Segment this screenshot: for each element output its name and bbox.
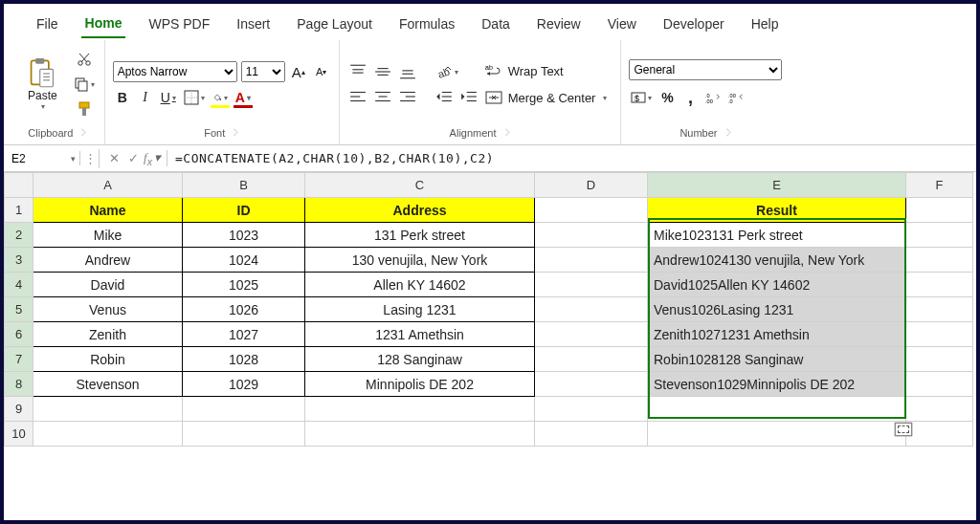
cell[interactable]: 1231 Amethsin: [305, 322, 535, 347]
row-header[interactable]: 6: [5, 322, 33, 347]
cell[interactable]: [906, 372, 973, 397]
align-left-button[interactable]: [347, 87, 368, 106]
column-header-F[interactable]: F: [906, 173, 973, 198]
cell[interactable]: [906, 397, 973, 422]
cell[interactable]: ID: [183, 198, 305, 223]
comma-button[interactable]: ,: [680, 86, 700, 110]
cell[interactable]: [33, 397, 183, 422]
cell[interactable]: [906, 223, 973, 248]
enter-formula-button[interactable]: ✓: [124, 151, 142, 165]
tab-view[interactable]: View: [604, 11, 640, 37]
cell[interactable]: David1025Allen KY 14602: [648, 273, 906, 297]
align-right-button[interactable]: [397, 87, 418, 106]
cell[interactable]: [535, 223, 648, 248]
cell[interactable]: 1027: [183, 322, 305, 347]
cell[interactable]: Venus1026Lasing 1231: [648, 297, 906, 322]
tab-formulas[interactable]: Formulas: [395, 11, 458, 37]
tab-data[interactable]: Data: [478, 11, 514, 37]
tab-help[interactable]: Help: [747, 11, 783, 37]
tab-wpspdf[interactable]: WPS PDF: [145, 11, 213, 37]
cell[interactable]: [535, 347, 648, 372]
cell[interactable]: Result: [648, 198, 906, 223]
cell[interactable]: [33, 422, 183, 447]
cell[interactable]: 1023: [183, 223, 305, 248]
fill-color-button[interactable]: ▾: [211, 88, 230, 107]
chevron-down-icon[interactable]: ▾: [67, 154, 79, 164]
cell[interactable]: [535, 322, 648, 347]
format-painter-button[interactable]: [72, 99, 97, 119]
cell[interactable]: [183, 422, 305, 447]
cell[interactable]: [906, 248, 973, 273]
decrease-indent-button[interactable]: [434, 87, 455, 106]
cell[interactable]: [906, 273, 973, 297]
cell[interactable]: [906, 422, 973, 447]
increase-indent-button[interactable]: [458, 87, 479, 106]
select-all-corner[interactable]: [5, 173, 33, 198]
cell[interactable]: David: [33, 273, 183, 297]
align-center-button[interactable]: [372, 87, 393, 106]
borders-button[interactable]: ▾: [182, 88, 207, 107]
cell[interactable]: [535, 422, 648, 447]
cell[interactable]: 128 Sanginaw: [305, 347, 535, 372]
percent-button[interactable]: %: [657, 88, 677, 107]
cell[interactable]: 1026: [183, 297, 305, 322]
align-bottom-button[interactable]: [397, 62, 418, 81]
cell[interactable]: Robin: [33, 347, 183, 372]
align-middle-button[interactable]: [372, 62, 393, 81]
cell[interactable]: Minnipolis DE 202: [305, 372, 535, 397]
column-header-E[interactable]: E: [648, 173, 906, 198]
cell[interactable]: 131 Perk street: [305, 223, 535, 248]
row-header[interactable]: 10: [5, 422, 33, 447]
merge-center-button[interactable]: Merge & Center ▾: [485, 89, 608, 106]
align-top-button[interactable]: [347, 62, 368, 81]
name-box[interactable]: ▾ ⋮: [4, 149, 100, 168]
cell[interactable]: Name: [33, 198, 183, 223]
cell[interactable]: 1028: [183, 347, 305, 372]
column-header-D[interactable]: D: [535, 173, 648, 198]
cell[interactable]: 130 venujila, New York: [305, 248, 535, 273]
cut-button[interactable]: [72, 50, 97, 69]
cell[interactable]: [906, 297, 973, 322]
cell[interactable]: 1029: [183, 372, 305, 397]
tab-home[interactable]: Home: [81, 10, 126, 38]
cell[interactable]: Zenith10271231 Amethsin: [648, 322, 906, 347]
row-header[interactable]: 5: [5, 297, 33, 322]
increase-font-button[interactable]: A▴: [289, 62, 308, 82]
row-header[interactable]: 9: [5, 397, 33, 422]
cell[interactable]: [535, 397, 648, 422]
cell[interactable]: Mike: [33, 223, 183, 248]
cell[interactable]: [535, 297, 648, 322]
cell[interactable]: Venus: [33, 297, 183, 322]
italic-button[interactable]: I: [136, 88, 155, 107]
cell[interactable]: [906, 198, 973, 223]
decrease-decimal-button[interactable]: .00.0: [726, 88, 746, 107]
row-header[interactable]: 4: [5, 273, 33, 297]
font-size-select[interactable]: 11: [241, 61, 285, 82]
cell[interactable]: Robin1028128 Sanginaw: [648, 347, 906, 372]
paste-button[interactable]: Paste ▾: [19, 54, 66, 116]
spreadsheet-grid[interactable]: A B C D E F 1 Name ID Address Result 2 M…: [4, 172, 976, 509]
bold-button[interactable]: B: [113, 88, 132, 107]
cell[interactable]: [535, 273, 648, 297]
row-header[interactable]: 8: [5, 372, 33, 397]
cell[interactable]: Address: [305, 198, 535, 223]
cell[interactable]: [183, 397, 305, 422]
cell[interactable]: Lasing 1231: [305, 297, 535, 322]
column-header-A[interactable]: A: [33, 173, 183, 198]
cell[interactable]: Andrew1024130 venujila, New York: [648, 248, 906, 273]
tab-page-layout[interactable]: Page Layout: [293, 11, 376, 37]
cell[interactable]: [305, 397, 535, 422]
tab-file[interactable]: File: [33, 11, 62, 37]
orientation-button[interactable]: ab▾: [434, 62, 460, 81]
row-header[interactable]: 2: [5, 223, 33, 248]
cell[interactable]: 1024: [183, 248, 305, 273]
cell[interactable]: Zenith: [33, 322, 183, 347]
column-header-B[interactable]: B: [183, 173, 305, 198]
cell[interactable]: Andrew: [33, 248, 183, 273]
insert-function-button[interactable]: fx▾: [144, 150, 161, 167]
cell[interactable]: [648, 422, 906, 447]
cell[interactable]: 1025: [183, 273, 305, 297]
cell[interactable]: [906, 347, 973, 372]
font-name-select[interactable]: Aptos Narrow: [113, 61, 237, 82]
column-header-C[interactable]: C: [305, 173, 535, 198]
